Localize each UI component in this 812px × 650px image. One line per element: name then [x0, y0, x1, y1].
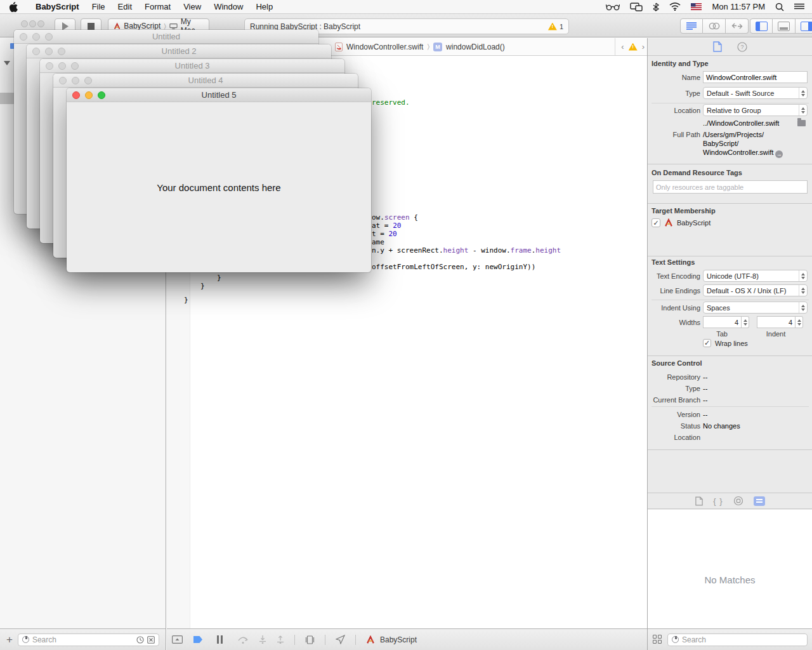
traffic-lights[interactable]: [72, 91, 105, 99]
jump-bar-method[interactable]: windowDidLoad(): [446, 43, 505, 51]
debug-area-toggle-button[interactable]: [773, 18, 796, 34]
tab-width-stepper[interactable]: 4: [703, 316, 749, 328]
menu-view[interactable]: View: [177, 2, 207, 11]
media-library-tab[interactable]: [754, 496, 765, 506]
spotlight-search-icon[interactable]: [775, 3, 784, 11]
type-label: Type: [648, 90, 700, 97]
library-search-field[interactable]: Search: [667, 633, 808, 646]
window-zoom-button[interactable]: [37, 20, 44, 27]
file-inspector-tab[interactable]: [713, 41, 722, 52]
accessibility-glasses-icon[interactable]: [606, 3, 620, 11]
code-line: }: [200, 282, 205, 290]
zoom-button[interactable]: [98, 91, 105, 99]
airplay-display-icon[interactable]: [630, 3, 643, 11]
forward-button[interactable]: ›: [642, 42, 645, 51]
warning-counter[interactable]: 1: [548, 23, 563, 30]
window-title: Untitled 5: [202, 90, 237, 100]
debug-bar: BabyScript: [167, 628, 647, 650]
navigator-filter-field[interactable]: Search: [18, 633, 159, 646]
line-endings-popup[interactable]: Default - OS X / Unix (LF): [703, 284, 808, 296]
traffic-lights[interactable]: [32, 48, 65, 55]
standard-editor-button[interactable]: [680, 18, 703, 34]
traffic-lights[interactable]: [46, 62, 79, 70]
indent-using-label: Indent Using: [648, 304, 700, 312]
window-title-bar[interactable]: Untitled 2: [27, 44, 331, 58]
window-title-bar[interactable]: Untitled 3: [40, 59, 344, 73]
menu-help[interactable]: Help: [249, 2, 279, 11]
indent-width-stepper[interactable]: 4: [757, 316, 803, 328]
step-over-button[interactable]: [238, 636, 249, 644]
menu-window[interactable]: Window: [207, 2, 249, 11]
inspector-toggle-button[interactable]: [796, 18, 812, 34]
odr-section-header: On Demand Resource Tags: [652, 169, 742, 176]
version-editor-button[interactable]: [726, 18, 749, 34]
location-popup[interactable]: Relative to Group: [703, 104, 808, 116]
add-button[interactable]: +: [6, 633, 13, 646]
flatten-filter-icon[interactable]: [147, 636, 155, 644]
apple-menu-icon[interactable]: [9, 2, 18, 12]
indent-using-popup[interactable]: Spaces: [703, 302, 808, 314]
issue-warning-icon[interactable]: [629, 43, 638, 51]
wrap-lines-checkbox[interactable]: ✓: [703, 339, 711, 347]
swift-file-icon: [335, 43, 343, 51]
window-close-button[interactable]: [21, 20, 28, 27]
scheme-name: BabyScript: [124, 22, 160, 30]
traffic-lights[interactable]: [59, 77, 92, 84]
traffic-lights[interactable]: [20, 33, 53, 41]
menu-file[interactable]: File: [86, 2, 112, 11]
help-inspector-tab[interactable]: ?: [737, 42, 747, 52]
assistant-editor-button[interactable]: [703, 18, 726, 34]
name-field[interactable]: WindowController.swift: [703, 71, 808, 83]
code-line: n.y + screenRect.height - window.frame.h…: [372, 246, 561, 255]
breakpoints-toggle-button[interactable]: [193, 636, 203, 643]
warning-count: 1: [560, 23, 563, 30]
stepper-arrows-icon[interactable]: [742, 316, 749, 328]
jump-bar-file[interactable]: WindowController.swift: [346, 43, 423, 51]
target-checkbox[interactable]: ✓: [652, 218, 660, 227]
babyscript-app-icon: [114, 22, 121, 30]
library-search-bar: Search: [648, 628, 812, 650]
recent-files-clock-icon[interactable]: [136, 636, 144, 644]
window-title-bar[interactable]: Untitled: [14, 30, 318, 44]
open-arrow-icon[interactable]: →: [775, 150, 783, 158]
stepper-arrows-icon[interactable]: [796, 316, 803, 328]
no-matches-text: No Matches: [704, 574, 755, 585]
type-popup[interactable]: Default - Swift Source: [703, 87, 808, 99]
menu-edit[interactable]: Edit: [112, 2, 138, 11]
process-name[interactable]: BabyScript: [380, 635, 417, 644]
odr-tags-field[interactable]: Only resources are taggable: [653, 180, 808, 194]
view-hierarchy-button[interactable]: [305, 635, 315, 644]
step-into-button[interactable]: [259, 635, 266, 644]
target-row: ✓ BabyScript: [652, 218, 710, 227]
step-out-button[interactable]: [277, 635, 284, 644]
pause-button[interactable]: [217, 635, 223, 644]
folder-icon[interactable]: [797, 120, 806, 126]
back-button[interactable]: ‹: [621, 42, 624, 51]
navigator-toggle-button[interactable]: [750, 18, 773, 34]
hide-debug-area-button[interactable]: [172, 635, 183, 644]
window-title-bar[interactable]: Untitled 4: [53, 74, 358, 88]
disclosure-triangle-icon[interactable]: [4, 61, 10, 65]
encoding-popup[interactable]: Unicode (UTF-8): [703, 270, 808, 282]
window-minimize-button[interactable]: [29, 20, 36, 27]
library-grid-toggle-icon[interactable]: [653, 635, 662, 644]
close-button[interactable]: [72, 91, 80, 99]
branch-value: --: [703, 396, 707, 404]
menu-app-name[interactable]: BabyScript: [29, 2, 86, 11]
bluetooth-icon[interactable]: [653, 3, 659, 11]
simulate-location-button[interactable]: [336, 635, 345, 644]
wifi-icon[interactable]: [669, 3, 681, 11]
document-window-untitled-5[interactable]: Untitled 5 Your document contents here: [67, 88, 371, 272]
snippet-library-tab[interactable]: { }: [713, 496, 723, 506]
library-tab-bar: { }: [648, 493, 812, 509]
minimize-button[interactable]: [85, 91, 93, 99]
input-source-flag-icon[interactable]: [691, 3, 702, 10]
file-template-library-tab[interactable]: [695, 496, 703, 506]
object-library-tab[interactable]: [733, 496, 743, 506]
menu-clock[interactable]: Mon 11:57 PM: [712, 2, 765, 11]
popup-arrows-icon: [799, 270, 807, 281]
window-title-bar[interactable]: Untitled 5: [67, 88, 371, 102]
location-sc-label: Location: [648, 434, 700, 441]
menu-format[interactable]: Format: [138, 2, 177, 11]
notification-center-icon[interactable]: [794, 3, 804, 11]
